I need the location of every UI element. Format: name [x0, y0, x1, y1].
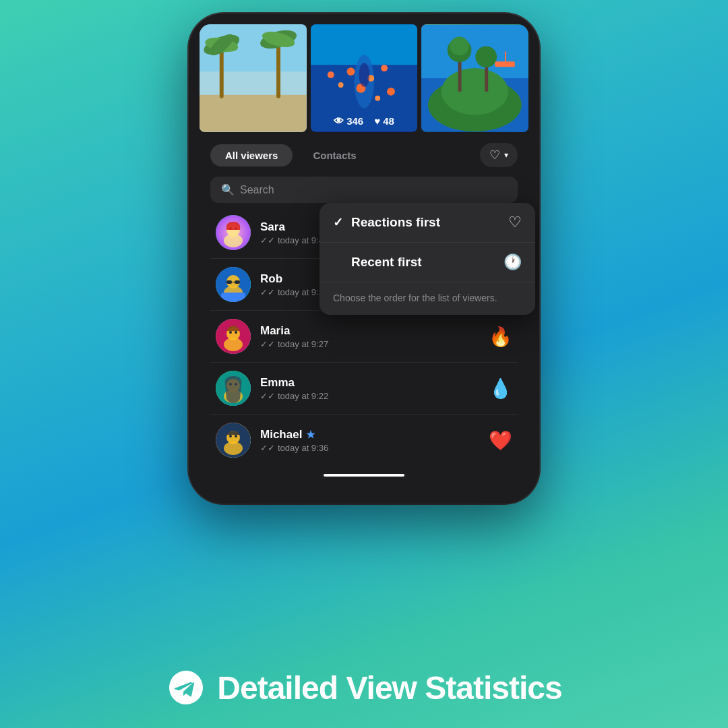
media-stats: 👁 346 ♥ 48: [311, 115, 418, 127]
dropdown-hint: Choose the order for the list of viewers…: [320, 282, 535, 315]
svg-rect-44: [221, 293, 245, 302]
double-check-emma: ✓✓: [260, 391, 275, 401]
check-icon: ✓: [333, 215, 343, 230]
svg-rect-43: [232, 282, 235, 282]
svg-rect-31: [495, 61, 515, 67]
avatar-rob: [216, 267, 251, 302]
avatar-michael: [216, 423, 251, 458]
double-check-michael: ✓✓: [260, 443, 275, 453]
avatar-maria: [216, 319, 251, 354]
viewer-time-michael: ✓✓ today at 9:36: [260, 443, 479, 453]
avatar-ring-sara: [216, 215, 251, 250]
svg-point-13: [346, 67, 355, 75]
heart-option-icon: ♡: [508, 214, 522, 231]
viewer-time-emma: ✓✓ today at 9:22: [260, 391, 479, 401]
island-svg: [421, 24, 528, 132]
hint-text: Choose the order for the list of viewers…: [333, 293, 497, 303]
sort-dropdown: ✓ Reactions first ♡ ✓ Recent first 🕐 Cho…: [320, 203, 535, 315]
viewer-info-emma: Emma ✓✓ today at 9:22: [260, 376, 479, 401]
search-bar: 🔍 Search: [210, 177, 518, 203]
reactions-first-label: Reactions first: [351, 215, 508, 230]
clock-icon: 🕐: [504, 253, 522, 271]
svg-rect-1: [200, 92, 307, 132]
star-badge-michael: ★: [306, 429, 315, 441]
svg-rect-32: [505, 51, 506, 61]
viewer-name-emma: Emma: [260, 376, 479, 390]
bottom-banner: Detailed View Statistics: [0, 667, 728, 708]
views-count: 346: [346, 115, 363, 127]
svg-point-59: [235, 435, 237, 437]
svg-point-18: [387, 88, 395, 96]
svg-rect-41: [226, 280, 232, 284]
viewer-item-maria[interactable]: Maria ✓✓ today at 9:27 🔥: [210, 311, 518, 363]
tab-all-viewers[interactable]: All viewers: [210, 144, 293, 166]
telegram-icon: [166, 667, 206, 708]
recent-first-label: Recent first: [351, 255, 504, 270]
sort-button[interactable]: ♡ ▾: [480, 143, 518, 167]
heart-icon: ♥: [374, 115, 380, 127]
chevron-down-icon: ▾: [504, 150, 508, 160]
media-thumb-beach: [200, 24, 307, 132]
beach-svg: [200, 24, 307, 132]
double-check-rob: ✓✓: [260, 287, 275, 297]
eye-icon: 👁: [334, 115, 344, 127]
viewer-item-michael[interactable]: Michael ★ ✓✓ today at 9:36 ❤️: [210, 415, 518, 466]
viewer-info-michael: Michael ★ ✓✓ today at 9:36: [260, 428, 479, 453]
media-thumb-ocean: 👁 346 ♥ 48: [311, 24, 418, 132]
reaction-emma: 💧: [489, 377, 512, 400]
search-icon: 🔍: [221, 183, 235, 196]
search-placeholder[interactable]: Search: [240, 184, 274, 196]
svg-point-16: [381, 65, 388, 71]
phone: 👁 346 ♥ 48: [189, 13, 539, 504]
svg-rect-2: [200, 71, 307, 95]
ocean-scene: 👁 346 ♥ 48: [311, 24, 418, 132]
scroll-indicator: [324, 474, 404, 477]
viewer-item-emma[interactable]: Emma ✓✓ today at 9:22 💧: [210, 363, 518, 415]
svg-point-57: [224, 442, 243, 455]
svg-point-21: [359, 63, 369, 87]
double-check-maria: ✓✓: [260, 339, 275, 349]
svg-point-17: [338, 82, 343, 88]
double-check-sara: ✓✓: [260, 235, 275, 245]
likes-stat: ♥ 48: [374, 115, 394, 127]
viewer-name-maria: Maria: [260, 324, 479, 338]
svg-point-25: [442, 68, 508, 115]
tab-bar: All viewers Contacts ♡ ▾: [210, 143, 518, 167]
svg-point-28: [450, 37, 469, 56]
phone-wrapper: 👁 346 ♥ 48: [189, 13, 539, 504]
island-scene: [421, 24, 528, 132]
beach-scene: [200, 24, 307, 132]
svg-point-19: [327, 71, 334, 78]
views-stat: 👁 346: [334, 115, 363, 127]
avatar-emma: [216, 371, 251, 406]
dropdown-reactions-first[interactable]: ✓ Reactions first ♡: [320, 203, 535, 243]
media-row: 👁 346 ♥ 48: [200, 24, 528, 132]
avatar-sara: [216, 215, 251, 250]
reaction-maria: 🔥: [489, 326, 512, 348]
likes-count: 48: [383, 115, 394, 127]
viewer-info-maria: Maria ✓✓ today at 9:27: [260, 324, 479, 349]
svg-point-30: [476, 46, 497, 67]
banner-text: Detailed View Statistics: [217, 669, 562, 706]
heart-sort-icon: ♡: [489, 148, 500, 162]
dropdown-recent-first[interactable]: ✓ Recent first 🕐: [320, 243, 535, 282]
viewers-panel: All viewers Contacts ♡ ▾ 🔍 Search ✓: [200, 132, 528, 493]
svg-point-48: [229, 331, 232, 334]
phone-inner: 👁 346 ♥ 48: [200, 24, 528, 493]
svg-point-58: [229, 435, 232, 437]
svg-point-20: [375, 96, 380, 101]
svg-rect-42: [235, 280, 240, 284]
tab-contacts[interactable]: Contacts: [298, 144, 371, 166]
viewer-name-michael: Michael ★: [260, 428, 479, 442]
viewer-time-maria: ✓✓ today at 9:27: [260, 339, 479, 349]
media-thumb-island: [421, 24, 528, 132]
reaction-michael: ❤️: [489, 429, 512, 452]
svg-point-49: [235, 331, 237, 334]
svg-point-47: [224, 338, 243, 351]
